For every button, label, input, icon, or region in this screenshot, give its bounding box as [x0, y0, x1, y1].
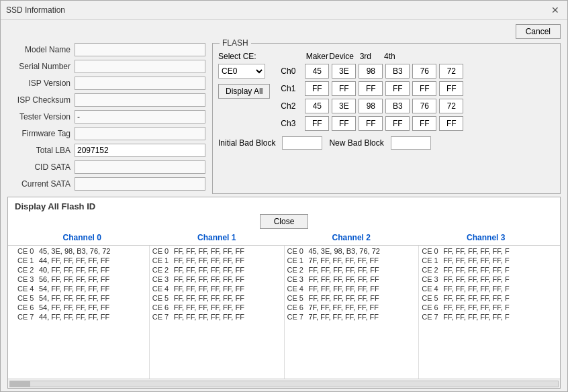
ch3-ce5-row: CE 5 FF, FF, FF, FF, FF, F [422, 294, 551, 302]
flash-row-ch0: Ch0 45 3E 98 B3 76 72 [281, 64, 466, 79]
ch0-ce3-row: CE 3 56, FF, FF, FF, FF, FF [17, 275, 146, 283]
ch3-ce3-row: CE 3 FF, FF, FF, FF, FF, F [422, 275, 551, 283]
display-all-button[interactable]: Display All [218, 84, 270, 99]
display-all-section: Display All Flash ID Close Channel 0 Cha… [7, 197, 561, 389]
ch0-ce5-row: CE 5 54, FF, FF, FF, FF, FF [17, 294, 146, 302]
ch2-ce4-row: CE 4 FF, FF, FF, FF, FF, FF [287, 285, 416, 293]
ch0-cell-4: 76 [412, 64, 436, 79]
channels-header: Channel 0 Channel 1 Channel 2 Channel 3 [8, 233, 560, 242]
ch0-ce2-row: CE 2 40, FF, FF, FF, FF, FF [17, 266, 146, 274]
flash-row-ch1: Ch1 FF FF FF FF FF FF [281, 81, 466, 96]
col-header-3rd: 3rd [353, 52, 377, 61]
cid-sata-input[interactable] [75, 160, 205, 174]
flash-row-ch3: Ch3 FF FF FF FF FF FF [281, 116, 466, 131]
ch1-cell-4: FF [412, 81, 436, 96]
ch2-cell-4: 76 [412, 99, 436, 113]
ch3-cell-2: FF [359, 116, 383, 131]
ch2-ce2-row: CE 2 FF, FF, FF, FF, FF, FF [287, 266, 416, 274]
tester-version-input[interactable] [75, 110, 205, 124]
serial-number-label: Serial Number [7, 62, 75, 71]
cancel-row: Cancel [7, 24, 561, 39]
top-section: Model Name Serial Number ISP Version ISP… [7, 43, 561, 194]
ch0-header: Channel 0 [15, 233, 150, 242]
ch1-ce5-row: CE 5 FF, FF, FF, FF, FF, FF [152, 294, 281, 302]
cancel-button[interactable]: Cancel [516, 24, 561, 39]
ch3-ce0-row: CE 0 FF, FF, FF, FF, FF, F [422, 247, 551, 255]
model-name-input[interactable] [75, 43, 205, 56]
serial-number-input[interactable] [75, 60, 205, 73]
isp-version-label: ISP Version [7, 79, 75, 88]
new-bad-block-label: New Bad Block [329, 138, 383, 148]
ch1-cell-1: FF [332, 81, 356, 96]
current-sata-input[interactable] [75, 177, 205, 191]
left-panel: Model Name Serial Number ISP Version ISP… [7, 43, 205, 194]
ch3-ce2-row: CE 2 FF, FF, FF, FF, FF, F [422, 266, 551, 274]
tester-version-label: Tester Version [7, 112, 75, 121]
ch1-ce2-row: CE 2 FF, FF, FF, FF, FF, FF [152, 266, 281, 274]
display-all-title: Display All Flash ID [8, 197, 560, 214]
firmware-tag-label: Firmware Tag [7, 129, 75, 138]
ch0-ce4-row: CE 4 54, FF, FF, FF, FF, FF [17, 285, 146, 293]
content-area: Cancel Model Name Serial Number ISP Vers… [1, 20, 567, 391]
ch0-cell-0: 45 [305, 64, 329, 79]
total-lba-input[interactable] [75, 144, 205, 157]
ch1-ce3-row: CE 3 FF, FF, FF, FF, FF, FF [152, 275, 281, 283]
ch0-cell-1: 3E [332, 64, 356, 79]
isp-checksum-label: ISP Checksum [7, 95, 75, 105]
isp-version-input[interactable] [75, 77, 205, 90]
window-close-button[interactable]: ✕ [549, 5, 562, 15]
channel-2-col: CE 0 45, 3E, 98, B3, 76, 72 CE 1 7F, FF,… [285, 246, 420, 379]
ch2-ce3-row: CE 3 FF, FF, FF, FF, FF, FF [287, 275, 416, 283]
select-ce-group: Select CE: CE0 CE1 CE2 CE3 Display All [218, 52, 270, 134]
horizontal-scrollbar[interactable] [8, 379, 560, 388]
current-sata-row: Current SATA [7, 177, 205, 191]
ch1-ce4-row: CE 4 FF, FF, FF, FF, FF, FF [152, 285, 281, 293]
ch3-cell-5: FF [439, 116, 463, 131]
total-lba-label: Total LBA [7, 146, 75, 155]
ch1-cell-2: FF [359, 81, 383, 96]
current-sata-label: Current SATA [7, 179, 75, 189]
window-title: SSD Information [6, 5, 65, 15]
ch0-cell-3: B3 [385, 64, 410, 79]
ch3-ce4-row: CE 4 FF, FF, FF, FF, FF, F [422, 285, 551, 293]
channels-data: CE 0 45, 3E, 98, B3, 76, 72 CE 1 44, FF,… [8, 245, 560, 379]
ch1-cell-5: FF [439, 81, 463, 96]
isp-checksum-input[interactable] [75, 93, 205, 107]
scrollbar-thumb[interactable] [10, 381, 30, 387]
cid-sata-row: CID SATA [7, 160, 205, 174]
col-header-4th: 4th [377, 52, 401, 61]
ch3-ce6-row: CE 6 FF, FF, FF, FF, FF, F [422, 303, 551, 311]
ch3-header: Channel 3 [419, 233, 554, 242]
initial-bad-block-input[interactable] [282, 136, 322, 150]
flash-panel: FLASH Select CE: CE0 CE1 CE2 CE3 Display… [212, 43, 561, 194]
initial-bad-block-label: Initial Bad Block [218, 138, 275, 148]
ch2-ce7-row: CE 7 7F, FF, FF, FF, FF, FF [287, 313, 416, 321]
isp-version-row: ISP Version [7, 77, 205, 90]
ch0-ce0-row: CE 0 45, 3E, 98, B3, 76, 72 [17, 247, 146, 255]
title-bar: SSD Information ✕ [1, 1, 567, 20]
ch3-cell-4: FF [412, 116, 436, 131]
ch1-cell-0: FF [305, 81, 329, 96]
close-button[interactable]: Close [260, 214, 309, 229]
main-window: SSD Information ✕ Cancel Model Name Seri… [0, 0, 568, 392]
ce-select[interactable]: CE0 CE1 CE2 CE3 [218, 64, 265, 79]
ch1-header: Channel 1 [150, 233, 285, 242]
ch3-cell-0: FF [305, 116, 329, 131]
scrollbar-track[interactable] [9, 381, 559, 387]
select-ce-label: Select CE: [218, 52, 270, 61]
ch2-ce1-row: CE 1 7F, FF, FF, FF, FF, FF [287, 256, 416, 264]
ch3-ce1-row: CE 1 FF, FF, FF, FF, FF, F [422, 256, 551, 264]
ch0-ce1-row: CE 1 44, FF, FF, FF, FF, FF [17, 256, 146, 264]
isp-checksum-row: ISP Checksum [7, 93, 205, 107]
ch2-cell-3: B3 [385, 99, 410, 113]
firmware-tag-row: Firmware Tag [7, 127, 205, 140]
ch2-ce5-row: CE 5 FF, FF, FF, FF, FF, FF [287, 294, 416, 302]
ch3-cell-1: FF [332, 116, 356, 131]
cid-sata-label: CID SATA [7, 162, 75, 172]
firmware-tag-input[interactable] [75, 127, 205, 140]
ch0-ce7-row: CE 7 44, FF, FF, FF, FF, FF [17, 313, 146, 321]
close-row: Close [8, 214, 560, 229]
channel-0-col: CE 0 45, 3E, 98, B3, 76, 72 CE 1 44, FF,… [15, 246, 150, 379]
new-bad-block-input[interactable] [391, 136, 431, 150]
ch1-ce7-row: CE 7 FF, FF, FF, FF, FF, FF [152, 313, 281, 321]
